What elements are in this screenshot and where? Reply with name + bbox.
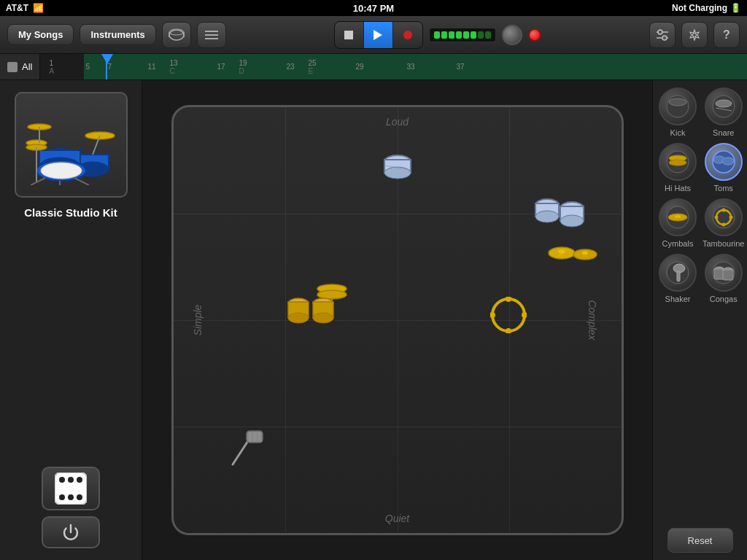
- svg-point-46: [535, 211, 559, 222]
- toms-label: Toms: [714, 184, 733, 192]
- record-button[interactable]: [393, 22, 422, 48]
- kit-preview[interactable]: [15, 92, 128, 198]
- congas-label: Congas: [710, 295, 738, 303]
- svg-marker-8: [374, 30, 382, 40]
- congas-pad-svg: [287, 293, 336, 325]
- svg-point-11: [658, 30, 662, 34]
- svg-point-36: [77, 477, 82, 483]
- power-button[interactable]: [42, 516, 100, 548]
- mixer-icon-btn[interactable]: [649, 22, 676, 48]
- svg-point-42: [384, 167, 411, 179]
- power-icon: [62, 524, 80, 541]
- cymbals-circle: [659, 198, 697, 236]
- svg-point-37: [59, 494, 65, 500]
- svg-line-31: [74, 178, 89, 185]
- dice-icon: [55, 472, 87, 505]
- drum-kit-svg: [23, 105, 118, 185]
- pad-label-loud: Loud: [386, 116, 409, 128]
- svg-rect-100: [723, 270, 733, 280]
- master-volume-knob[interactable]: [502, 25, 522, 45]
- record-level-dot[interactable]: [528, 28, 541, 42]
- marker-11: 11: [146, 54, 155, 79]
- cymbals-label: Cymbals: [662, 239, 694, 248]
- status-left: AT&T 📶: [6, 3, 44, 13]
- snare-svg: [711, 93, 737, 120]
- play-button[interactable]: [364, 22, 393, 48]
- marker-19: 19D: [237, 54, 247, 79]
- shaker-label: Shaker: [665, 295, 691, 303]
- drum-machine-icon-btn[interactable]: [162, 22, 191, 48]
- randomize-button[interactable]: [42, 467, 100, 510]
- marker-1: 1A: [47, 54, 54, 79]
- svg-point-80: [669, 160, 686, 166]
- toolbar: My Songs Instruments: [0, 16, 747, 54]
- svg-point-22: [41, 163, 82, 179]
- instruments-button[interactable]: Instruments: [80, 24, 155, 45]
- all-tracks-icon: [7, 62, 18, 72]
- tambourine-button[interactable]: Tambourine: [703, 198, 744, 248]
- congas-button[interactable]: Congas: [703, 254, 744, 303]
- pad-toms-icon[interactable]: [534, 195, 585, 231]
- toms-pad-svg: [534, 195, 585, 231]
- pad-snare-icon[interactable]: [382, 151, 414, 183]
- reset-button[interactable]: Reset: [667, 528, 733, 553]
- toms-button[interactable]: Toms: [703, 143, 744, 192]
- right-toolbar-icons: ?: [649, 22, 740, 48]
- wifi-icon: 📶: [33, 3, 44, 13]
- timeline-ruler[interactable]: 1A 5 7 11 13C 17 19D 23 25E 29 33 37: [40, 54, 747, 79]
- hihats-button[interactable]: Hi Hats: [659, 143, 697, 192]
- svg-rect-7: [344, 31, 353, 39]
- snare-label: Snare: [713, 128, 734, 137]
- kick-circle: [659, 88, 697, 125]
- toms-svg: [711, 149, 737, 175]
- mallet-pad-svg: [228, 428, 268, 467]
- svg-point-13: [662, 36, 667, 40]
- svg-point-55: [288, 313, 309, 323]
- timeline-label[interactable]: All: [0, 54, 40, 79]
- drummer-pad: Loud Quiet Simple Complex: [142, 80, 652, 560]
- svg-point-65: [558, 249, 565, 254]
- svg-point-63: [522, 312, 527, 318]
- status-right: Not Charging 🔋: [672, 3, 741, 13]
- pad-label-complex: Complex: [587, 300, 598, 340]
- hihats-circle: [659, 143, 697, 181]
- kick-label: Kick: [670, 128, 686, 137]
- marker-13: 13C: [168, 54, 177, 79]
- help-icon-btn[interactable]: ?: [713, 22, 740, 48]
- battery-icon: 🔋: [730, 3, 741, 13]
- right-panel: Kick Snare: [652, 80, 747, 560]
- tambourine-svg: [711, 204, 737, 230]
- svg-point-34: [59, 477, 65, 483]
- pad-cymbals-icon[interactable]: [547, 238, 598, 271]
- time-label: 10:47 PM: [353, 3, 394, 14]
- hihats-label: Hi Hats: [665, 184, 691, 192]
- pad-tambourine-icon[interactable]: [490, 297, 527, 333]
- svg-line-30: [31, 178, 45, 185]
- meter-dot-3: [449, 31, 454, 39]
- svg-point-39: [77, 494, 82, 500]
- stop-button[interactable]: [335, 22, 364, 48]
- active-region: [84, 54, 747, 79]
- svg-point-76: [716, 100, 732, 107]
- drum-buttons-grid: Kick Snare: [659, 88, 741, 303]
- transport-group: [334, 21, 423, 49]
- svg-point-92: [714, 216, 718, 219]
- cymbals-button[interactable]: Cymbals: [659, 198, 697, 248]
- congas-svg: [711, 260, 737, 286]
- shaker-button[interactable]: Shaker: [659, 254, 697, 303]
- playhead: [106, 54, 107, 79]
- kick-button[interactable]: Kick: [659, 88, 697, 137]
- toms-circle: [705, 143, 743, 181]
- settings-icon-btn[interactable]: [681, 22, 708, 48]
- pad-mallet-icon[interactable]: [228, 428, 268, 467]
- snare-button[interactable]: Snare: [703, 88, 744, 137]
- my-songs-button[interactable]: My Songs: [7, 24, 74, 45]
- pad-congas-icon[interactable]: [287, 293, 336, 325]
- list-icon-btn[interactable]: [197, 22, 226, 48]
- svg-point-62: [490, 312, 495, 318]
- kit-name: Classic Studio Kit: [24, 206, 117, 219]
- pad-container[interactable]: Loud Quiet Simple Complex: [171, 105, 624, 535]
- playhead-arrow: [101, 54, 113, 64]
- svg-point-9: [403, 31, 412, 39]
- meter-dot-1: [434, 31, 440, 39]
